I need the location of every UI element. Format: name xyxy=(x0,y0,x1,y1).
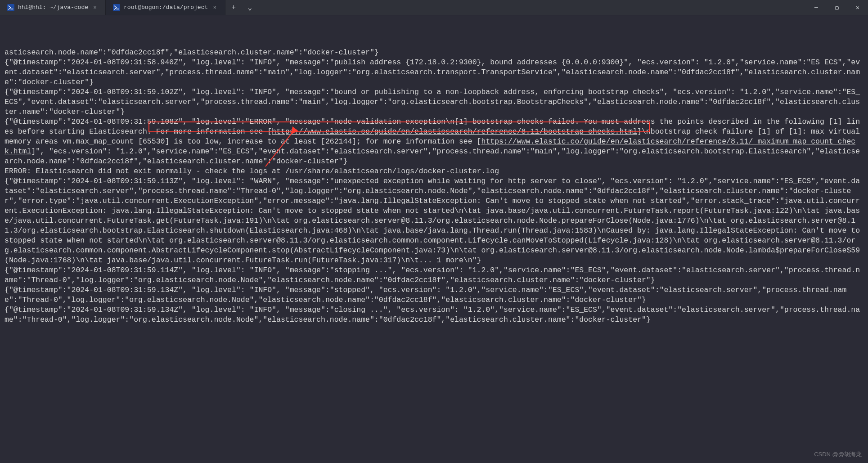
titlebar-drag-region[interactable] xyxy=(258,0,806,15)
terminal-text: asticsearch.node.name":"0dfdac2cc18f","e… xyxy=(4,48,379,57)
tab-2[interactable]: root@bogon:/data/project ✕ xyxy=(106,0,225,15)
close-window-button[interactable]: ✕ xyxy=(847,0,868,15)
watermark-text: CSDN @@胡海龙 xyxy=(814,450,862,459)
terminal-output[interactable]: asticsearch.node.name":"0dfdac2cc18f","e… xyxy=(0,15,868,463)
tab-1-label: hhl@hhl: ~/java-code xyxy=(18,4,88,11)
tab-1[interactable]: hhl@hhl: ~/java-code ✕ xyxy=(0,0,106,15)
new-tab-button[interactable]: + xyxy=(225,0,242,15)
terminal-text: {"@timestamp":"2024-01-08T09:31:59.114Z"… xyxy=(4,266,860,284)
window-titlebar: hhl@hhl: ~/java-code ✕ root@bogon:/data/… xyxy=(0,0,868,15)
tab-2-label: root@bogon:/data/project xyxy=(124,4,208,11)
powershell-icon xyxy=(7,4,14,11)
terminal-text: ERROR: Elasticsearch did not exit normal… xyxy=(4,167,499,175)
tab-strip: hhl@hhl: ~/java-code ✕ root@bogon:/data/… xyxy=(0,0,225,15)
terminal-text: {"@timestamp":"2024-01-08T09:31:59.134Z"… xyxy=(4,306,860,324)
tab-2-close-icon[interactable]: ✕ xyxy=(211,4,218,11)
terminal-text: {"@timestamp":"2024-01-08T09:31:58.940Z"… xyxy=(4,58,860,86)
powershell-icon xyxy=(113,4,120,11)
tab-dropdown-button[interactable]: ⌄ xyxy=(242,0,258,15)
terminal-text: {"@timestamp":"2024-01-08T09:31:59.102Z"… xyxy=(4,88,860,116)
maximize-button[interactable]: ▢ xyxy=(827,0,847,15)
terminal-text: {"@timestamp":"2024-01-08T09:31:59.134Z"… xyxy=(4,286,846,304)
tab-1-close-icon[interactable]: ✕ xyxy=(92,4,98,11)
window-controls: — ▢ ✕ xyxy=(806,0,868,15)
terminal-text: {"@timestamp":"2024-01-08T09:31:59.113Z"… xyxy=(4,177,864,265)
terminal-link[interactable]: https://www.elastic.co/guide/en/elastics… xyxy=(272,127,637,136)
terminal-text: ]", "ecs.version": "1.2.0","service.name… xyxy=(4,147,860,166)
minimize-button[interactable]: — xyxy=(806,0,827,15)
